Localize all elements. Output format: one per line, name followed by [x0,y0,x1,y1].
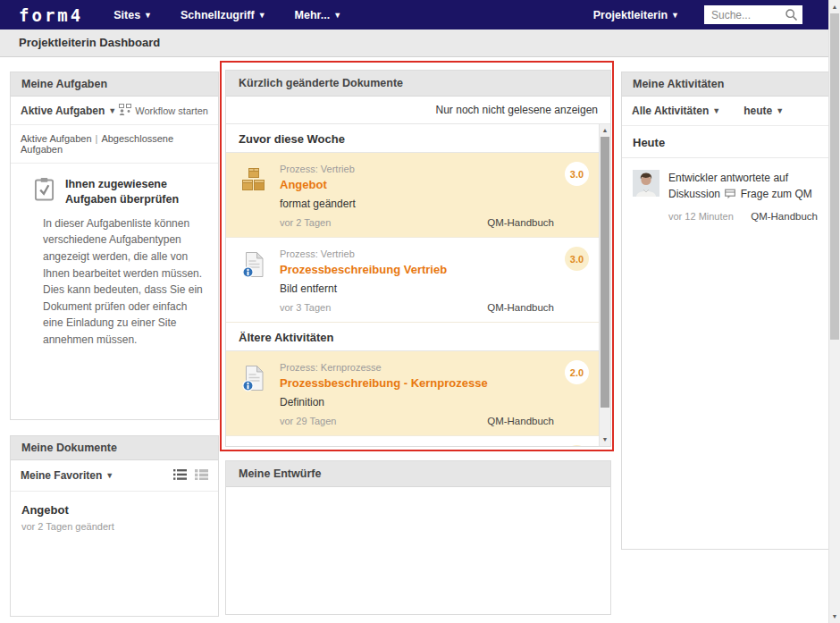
document-site-link[interactable]: QM-Handbuch [487,416,554,426]
chevron-down-icon: ▼ [258,11,266,20]
document-list-item[interactable]: Prozess: Vertrieb Angebot format geänder… [226,153,599,238]
separator: | [96,133,98,144]
scroll-down-arrow[interactable]: ▼ [829,610,840,622]
scroll-down-arrow[interactable]: ▼ [600,434,610,445]
version-badge: 2.0 [565,360,589,384]
page-title: Projektleiterin Dashboard [0,29,840,57]
activities-range-dropdown[interactable]: heute▼ [743,105,784,117]
show-unread-only-link[interactable]: Nur noch nicht gelesene anzeigen [436,104,598,116]
workflow-icon [119,104,131,117]
panel-title: Kürzlich geänderte Dokumente [226,71,610,97]
panel-title: Meine Dokumente [11,436,218,460]
version-badge: 3.0 [565,162,589,186]
main-menu: Sites▼ Schnellzugriff▼ Mehr...▼ [113,9,370,21]
panel-title: Meine Aktivitäten [622,72,828,97]
menu-schnellzugriff[interactable]: Schnellzugriff▼ [181,9,266,21]
tasks-filter-dropdown[interactable]: Aktive Aufgaben▼ [21,105,116,117]
document-time: vor 29 Tagen [280,416,336,426]
document-list-item[interactable]: Prozess: Kernprozesse Prozessbeschreibun… [226,351,599,436]
start-workflow-button[interactable]: Workflow starten [119,104,208,117]
discussion-icon [725,188,735,204]
chevron-down-icon: ▼ [671,11,679,20]
document-title-link[interactable]: Angebot [280,178,554,191]
menu-sites[interactable]: Sites▼ [113,9,152,21]
favorite-document-item: Angebot vor 2 Tagen geändert [11,492,218,543]
user-menu[interactable]: Projektleiterin▼ [593,9,679,21]
panel-meine-aktivitaeten: Meine Aktivitäten Alle Aktivitäten▼ heut… [621,72,829,550]
activity-site-link[interactable]: QM-Handbuch [751,209,818,224]
panel-title: Meine Entwürfe [226,461,610,487]
simple-view-icon[interactable] [173,467,187,484]
avatar[interactable] [633,170,659,197]
page-scrollbar: ▲ ▼ [828,0,840,623]
document-list-item[interactable]: Prozess: Vertrieb Prozessbeschreibung Ve… [226,238,599,323]
panel-kuerzlich-geaenderte-dokumente: Kürzlich geänderte Dokumente Nur noch ni… [225,70,611,447]
task-description: In dieser Aufgabenliste können verschied… [43,215,206,349]
mydocs-toolbar: Meine Favoriten▼ [11,460,218,492]
clipboard-check-icon [34,177,55,207]
panel-title: Meine Aufgaben [11,72,218,97]
document-info-icon [239,250,268,282]
dashboard-screen: form4 Sites▼ Schnellzugriff▼ Mehr...▼ Pr… [0,0,840,623]
tab-aktive-aufgaben[interactable]: Aktive Aufgaben [21,133,92,144]
panel-meine-entwuerfe: Meine Entwürfe [225,460,611,615]
mydocs-filter-dropdown[interactable]: Meine Favoriten▼ [21,469,113,482]
recent-document-list: Zuvor diese Woche Prozess: Vertrieb Ange… [226,124,610,446]
version-badge: 2.0 [565,445,589,446]
recent-toolbar: Nur noch nicht gelesene anzeigen [226,97,610,124]
tasks-toolbar: Aktive Aufgaben▼ Workflow starten [11,97,218,125]
chevron-down-icon: ▼ [105,471,113,480]
chevron-down-icon: ▼ [108,106,116,115]
section-header: Zuvor diese Woche [226,124,599,153]
document-change: Bild entfernt [280,282,554,295]
panel-meine-dokumente: Meine Dokumente Meine Favoriten▼ Angebot… [10,435,219,617]
document-time: vor 2 Tagen [280,217,331,228]
scrollbar-thumb[interactable] [601,137,609,408]
document-process: Prozess: Kernprozesse [280,362,554,373]
scroll-up-arrow[interactable]: ▲ [600,125,610,136]
section-header: Ältere Aktivitäten [226,323,599,351]
view-switcher [173,467,208,484]
document-info-icon [239,364,268,396]
task-item: Ihnen zugewiesene Aufgaben überprüfen In… [11,164,218,349]
menu-mehr[interactable]: Mehr...▼ [295,9,342,21]
activities-toolbar: Alle Aktivitäten▼ heute▼ [622,97,828,126]
document-title-link[interactable]: Prozessbeschreibung - Kernprozesse [280,376,554,390]
chevron-down-icon: ▼ [712,106,720,115]
top-navbar: form4 Sites▼ Schnellzugriff▼ Mehr...▼ Pr… [0,0,840,29]
tasks-tabs: Aktive Aufgaben|Abgeschlossene Aufgaben [11,125,218,164]
scrollbar-thumb[interactable] [830,13,839,340]
list-scrollbar: ▲ ▼ [599,124,610,446]
detailed-view-icon[interactable] [195,467,208,484]
document-process: Prozess: Vertrieb [280,164,554,174]
favorite-document-title[interactable]: Angebot [21,503,207,517]
document-time: vor 3 Tagen [280,302,331,313]
app-logo[interactable]: form4 [19,5,83,25]
activity-item: Entwickler antwortete auf Diskussion Fra… [622,158,828,224]
section-header: Heute [622,126,828,158]
search-box [704,5,802,24]
version-badge: 3.0 [565,247,589,271]
activity-text: Entwickler antwortete auf Diskussion Fra… [668,170,818,224]
task-title[interactable]: Ihnen zugewiesene Aufgaben überprüfen [65,177,206,207]
document-title-link[interactable]: Prozessbeschreibung Vertrieb [280,263,554,276]
document-change: format geändert [280,198,554,210]
activities-type-dropdown[interactable]: Alle Aktivitäten▼ [632,105,720,117]
scroll-up-arrow[interactable]: ▲ [829,1,840,13]
document-site-link[interactable]: QM-Handbuch [487,302,554,313]
activity-time: vor 12 Minuten [668,209,734,224]
document-process: Prozess: Vertrieb [280,248,554,259]
chevron-down-icon: ▼ [776,106,784,115]
discussion-topic-link[interactable]: Frage zum QM [741,188,812,200]
favorite-document-meta: vor 2 Tagen geändert [21,521,207,532]
document-list-item[interactable]: Prozess: Vertrieb Prozessbeschreibung Ve… [226,436,599,446]
boxes-icon [239,165,268,198]
chevron-down-icon: ▼ [144,11,152,20]
document-site-link[interactable]: QM-Handbuch [487,217,554,228]
search-icon[interactable] [785,8,798,25]
document-change: Definition [280,396,554,408]
panel-meine-aufgaben: Meine Aufgaben Aktive Aufgaben▼ Workflow… [10,72,219,420]
chevron-down-icon: ▼ [333,11,341,20]
